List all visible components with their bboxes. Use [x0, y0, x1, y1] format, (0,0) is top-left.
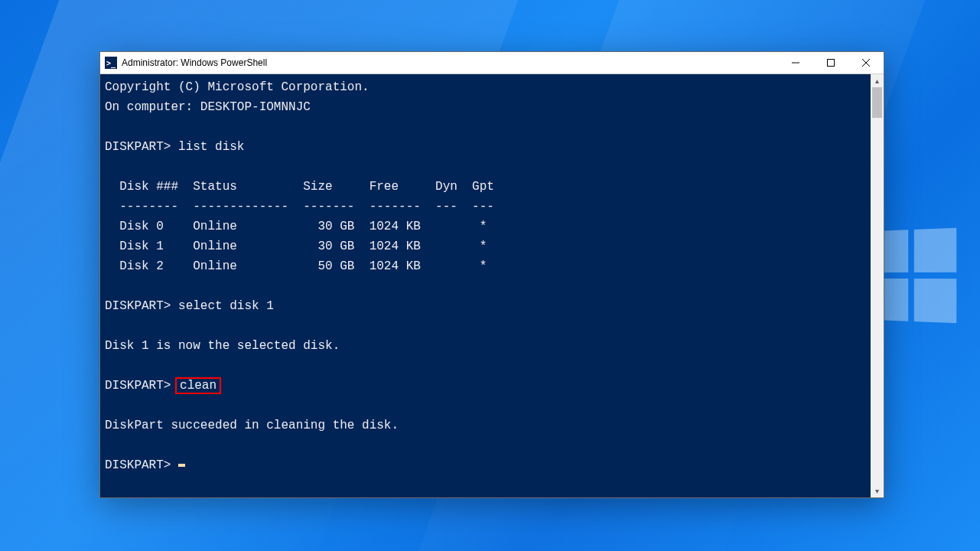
close-button[interactable] [848, 52, 884, 73]
terminal-output[interactable]: Copyright (C) Microsoft Corporation. On … [100, 74, 871, 497]
powershell-icon: >_ [105, 57, 117, 69]
scroll-down-arrow-icon[interactable]: ▾ [871, 484, 884, 497]
terminal-cursor [178, 464, 185, 467]
msg-cleaned: DiskPart succeeded in cleaning the disk. [105, 419, 399, 432]
scroll-up-arrow-icon[interactable]: ▴ [871, 74, 884, 87]
window-title: Administrator: Windows PowerShell [122, 57, 267, 68]
copyright-line: Copyright (C) Microsoft Corporation. [105, 80, 370, 94]
prompt: DISKPART> [105, 140, 171, 154]
prompt: DISKPART> [105, 299, 171, 313]
powershell-window: >_ Administrator: Windows PowerShell Cop… [99, 51, 884, 498]
computer-line: On computer: DESKTOP-IOMNNJC [105, 100, 311, 114]
cmd-clean-highlighted: clean [175, 377, 221, 394]
disk-row: Disk 2 Online 50 GB 1024 KB * [105, 259, 487, 273]
disk-table-header: Disk ### Status Size Free Dyn Gpt [105, 180, 494, 194]
prompt: DISKPART> [105, 379, 171, 393]
disk-table-divider: -------- ------------- ------- ------- -… [105, 200, 494, 214]
scroll-thumb[interactable] [872, 87, 882, 118]
prompt: DISKPART> [105, 458, 171, 472]
msg-selected: Disk 1 is now the selected disk. [105, 339, 340, 353]
svg-rect-1 [828, 60, 835, 67]
minimize-button[interactable] [778, 52, 813, 73]
titlebar[interactable]: >_ Administrator: Windows PowerShell [100, 52, 884, 74]
maximize-button[interactable] [813, 52, 848, 73]
disk-row: Disk 0 Online 30 GB 1024 KB * [105, 220, 487, 233]
cmd-select-disk: select disk 1 [178, 299, 274, 313]
disk-row: Disk 1 Online 30 GB 1024 KB * [105, 240, 487, 253]
vertical-scrollbar[interactable]: ▴ ▾ [871, 74, 884, 497]
cmd-list-disk: list disk [178, 140, 244, 154]
